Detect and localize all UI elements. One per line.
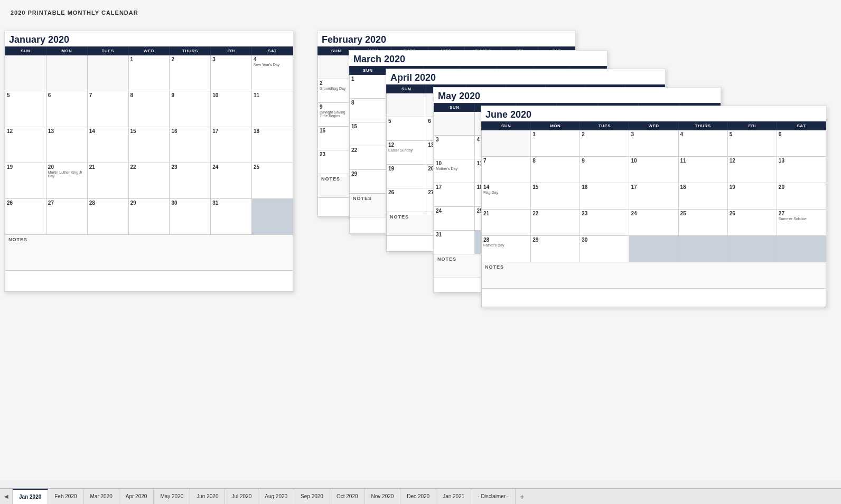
- table-row: 12 13 14 15 16 17 18: [5, 127, 293, 163]
- mar-cell: 1: [350, 75, 387, 99]
- jun-cell: 14Flag Day: [482, 183, 531, 210]
- jun-hdr-fri: FRI: [727, 122, 777, 130]
- mar-hdr-sun: SUN: [350, 66, 387, 75]
- calendar-june: June 2020 SUN MON TUES WED THURS FRI SAT…: [481, 106, 827, 308]
- jun-cell: 26: [727, 210, 777, 236]
- jun-cell: 18: [678, 183, 727, 210]
- apr-cell: [387, 93, 426, 117]
- jan-cell: 1: [128, 55, 170, 91]
- tab-apr-2020[interactable]: Apr 2020: [119, 489, 154, 504]
- tab-jan-2020[interactable]: Jan 2020: [13, 489, 48, 504]
- jun-hdr-thu: THURS: [678, 122, 727, 130]
- notes-label: NOTES: [5, 235, 293, 271]
- calendar-january: January 2020 SUN MON TUES WED THURS FRI …: [4, 31, 294, 292]
- jun-cell-inactive: [629, 236, 678, 262]
- may-cell: 24: [434, 207, 475, 231]
- tab-jan-2021[interactable]: Jan 2021: [436, 489, 471, 504]
- jan-cell: 22: [128, 163, 170, 199]
- jan-cell: 29: [128, 199, 170, 235]
- notes-row: NOTES: [5, 235, 293, 271]
- tab-feb-2020[interactable]: Feb 2020: [48, 489, 83, 504]
- mar-cell: 22: [350, 146, 387, 170]
- june-grid: SUN MON TUES WED THURS FRI SAT 1 2 3 4 5: [481, 121, 826, 307]
- jan-cell: [87, 55, 128, 91]
- table-row: 7 8 9 10 11 12 13: [482, 157, 826, 183]
- jan-cell: 6: [46, 91, 87, 127]
- jun-cell: 22: [531, 210, 580, 236]
- may-hdr-sun: SUN: [434, 103, 475, 112]
- jan-cell: 14: [87, 127, 128, 163]
- jun-cell: 30: [580, 236, 629, 262]
- jun-cell: 12: [727, 157, 777, 183]
- mar-cell: 8: [350, 99, 387, 122]
- jan-cell: 5: [5, 91, 46, 127]
- jun-cell: 10: [629, 157, 678, 183]
- jan-cell: 19: [5, 163, 46, 199]
- apr-cell: 26: [387, 188, 426, 212]
- table-row: 1 2 3 4 5 6: [482, 130, 826, 157]
- jun-cell: 23: [580, 210, 629, 236]
- notes-content: [482, 289, 826, 307]
- jun-hdr-sat: SAT: [777, 122, 826, 130]
- jan-cell: 30: [170, 199, 211, 235]
- jan-hdr-sun: SUN: [5, 47, 46, 55]
- notes-content: [5, 271, 293, 292]
- jan-hdr-mon: MON: [46, 47, 87, 55]
- tab-aug-2020[interactable]: Aug 2020: [258, 489, 294, 504]
- jan-hdr-sat: SAT: [252, 47, 293, 55]
- tab-mar-2020[interactable]: Mar 2020: [84, 489, 119, 504]
- jun-cell: 13: [777, 157, 826, 183]
- tab-disclaimer[interactable]: - Disclaimer -: [471, 489, 516, 504]
- jan-cell: 17: [211, 127, 252, 163]
- tab-sep-2020[interactable]: Sep 2020: [294, 489, 330, 504]
- february-title: February 2020: [317, 31, 575, 46]
- table-row: 5 6 7 8 9 10 11: [5, 91, 293, 127]
- may-cell: [434, 112, 475, 136]
- tab-oct-2020[interactable]: Oct 2020: [330, 489, 365, 504]
- jan-cell: [46, 55, 87, 91]
- jan-cell: 18: [252, 127, 293, 163]
- jun-cell: 8: [531, 157, 580, 183]
- tab-dec-2020[interactable]: Dec 2020: [400, 489, 436, 504]
- tab-jun-2020[interactable]: Jun 2020: [190, 489, 225, 504]
- jan-cell: 24: [211, 163, 252, 199]
- jun-cell-inactive: [727, 236, 777, 262]
- jun-cell: 3: [629, 130, 678, 157]
- jan-cell: [5, 55, 46, 91]
- table-row: 14Flag Day 15 16 17 18 19 20: [482, 183, 826, 210]
- apr-cell: 5: [387, 117, 426, 141]
- jan-cell: 9: [170, 91, 211, 127]
- jan-hdr-fri: FRI: [211, 47, 252, 55]
- tab-add-button[interactable]: +: [516, 489, 528, 504]
- jan-cell: 25: [252, 163, 293, 199]
- table-row: 1 2 3 4New Year's Day: [5, 55, 293, 91]
- jan-hdr-thu: THURS: [170, 47, 211, 55]
- tab-may-2020[interactable]: May 2020: [154, 489, 190, 504]
- may-cell: 17: [434, 183, 475, 207]
- jun-cell: 20: [777, 183, 826, 210]
- jun-cell: 16: [580, 183, 629, 210]
- notes-content-row: [5, 271, 293, 292]
- jan-cell: 27: [46, 199, 87, 235]
- jun-cell: 5: [727, 130, 777, 157]
- march-title: March 2020: [349, 51, 607, 66]
- table-row: 19 20Martin Luther King Jr Day 21 22 23 …: [5, 163, 293, 199]
- jan-hdr-wed: WED: [128, 47, 170, 55]
- tab-nov-2020[interactable]: Nov 2020: [365, 489, 401, 504]
- jun-cell: 1: [531, 130, 580, 157]
- june-title: June 2020: [481, 106, 826, 121]
- main-area: 2020 PRINTABLE MONTHLY CALENDAR January …: [0, 0, 841, 480]
- jan-cell: 26: [5, 199, 46, 235]
- april-title: April 2020: [386, 69, 665, 84]
- jun-cell: [482, 130, 531, 157]
- jun-cell: 21: [482, 210, 531, 236]
- january-grid: SUN MON TUES WED THURS FRI SAT 1 2 3: [5, 46, 293, 292]
- jun-cell-inactive: [678, 236, 727, 262]
- tab-jul-2020[interactable]: Jul 2020: [225, 489, 258, 504]
- tab-scroll-left[interactable]: ◀: [0, 489, 13, 504]
- jun-hdr-tue: TUES: [580, 122, 629, 130]
- table-row: 26 27 28 29 30 31: [5, 199, 293, 235]
- mar-cell: 29: [350, 170, 387, 194]
- jun-cell: 24: [629, 210, 678, 236]
- jan-cell: 23: [170, 163, 211, 199]
